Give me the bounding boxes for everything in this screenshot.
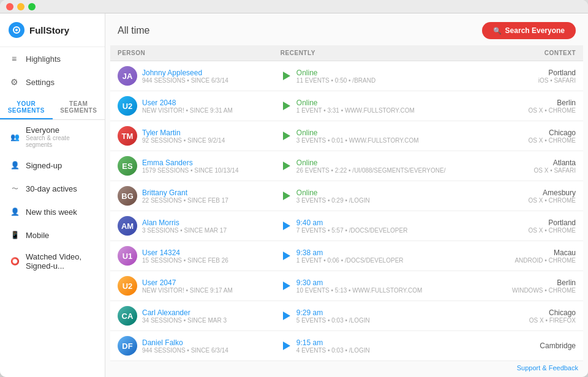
actives-icon: 〜 [9,182,21,195]
new-week-icon: 👤 [9,206,21,218]
sidebar-item-highlights[interactable]: ≡ Highlights [0,47,105,70]
table-row[interactable]: BGBrittany Grant22 SESSIONS • SINCE FEB … [110,181,583,211]
close-button[interactable] [6,3,13,10]
platform-label: ANDROID • CHROME [496,257,576,264]
person-cell: CACarl Alexander34 SESSIONS • SINCE MAR … [110,301,273,331]
table-row[interactable]: U1User 1432415 SESSIONS • SINCE FEB 269:… [110,241,583,271]
context-cell: PortlandOS X • CHROME [489,211,583,241]
person-name[interactable]: Daniel Falko [142,338,228,347]
events-label: 4 EVENTS • 0:03 • /LOGIN [296,347,370,354]
play-button[interactable] [281,340,293,352]
play-button[interactable] [281,70,293,82]
context-cell: PortlandiOS • SAFARI [489,61,583,91]
person-name[interactable]: Carl Alexander [142,308,227,317]
person-name[interactable]: Tyler Martin [142,129,225,137]
segment-item-30day[interactable]: 〜 30-day actives [0,177,105,200]
recently-cell: 9:29 am5 EVENTS • 0:03 • /LOGIN [273,301,489,331]
person-sessions: NEW VISITOR! • SINCE 9:31 AM [142,107,233,114]
platform-label: OS X • CHROME [496,227,576,234]
search-everyone-button[interactable]: 🔍 Search Everyone [482,22,576,39]
play-button[interactable] [281,190,293,202]
play-icon [283,72,290,80]
play-button[interactable] [281,250,293,262]
support-feedback-link[interactable]: Support & Feedback [517,364,578,371]
platform-label: OS X • FIREFOX [496,317,576,324]
person-name[interactable]: Alan Morris [142,218,227,227]
platform-label: OS X • SAFARI [496,167,576,174]
segments-tabs: Your Segments Team Segments [0,96,105,120]
city-label: Macau [496,248,576,257]
play-button[interactable] [281,310,293,322]
sidebar: FullStory ≡ Highlights ⚙ Settings Your S… [0,13,105,377]
recently-cell: 9:40 am7 EVENTS • 5:57 • /DOCS/DEVELOPER [273,211,489,241]
play-icon [283,282,290,290]
events-label: 3 EVENTS • 0:01 • WWW.FULLSTORY.COM [296,137,419,144]
context-cell: MacauANDROID • CHROME [489,241,583,271]
table-header-row: Person Recently Context [110,45,583,61]
table-row[interactable]: CACarl Alexander34 SESSIONS • SINCE MAR … [110,301,583,331]
play-button[interactable] [281,100,293,112]
people-table-container[interactable]: Person Recently Context JAJohnny Applese… [105,45,588,377]
table-row[interactable]: U2User 2048NEW VISITOR! • SINCE 9:31 AMO… [110,91,583,121]
tab-your-segments[interactable]: Your Segments [0,96,53,119]
recently-cell: 9:15 am4 EVENTS • 0:03 • /LOGIN [273,331,489,361]
play-button[interactable] [281,280,293,292]
person-name[interactable]: User 2048 [142,99,233,107]
person-sessions: 92 SESSIONS • SINCE 9/2/14 [142,137,225,144]
table-row[interactable]: AMAlan Morris3 SESSIONS • SINCE MAR 179:… [110,211,583,241]
person-name[interactable]: User 2047 [142,278,233,287]
person-sessions: 944 SESSIONS • SINCE 6/3/14 [142,77,228,84]
signed-up-icon: 👤 [9,159,21,171]
tab-team-segments[interactable]: Team Segments [53,96,105,119]
segment-item-everyone[interactable]: 👥 Everyone Search & create segments [0,120,105,154]
sidebar-item-settings[interactable]: ⚙ Settings [0,70,105,94]
platform-label: OS X • CHROME [496,137,576,144]
minimize-button[interactable] [17,3,24,10]
play-button[interactable] [281,130,293,142]
city-label: Chicago [496,308,576,317]
person-name[interactable]: Brittany Grant [142,188,228,197]
segment-item-signed-up[interactable]: 👤 Signed-up [0,154,105,177]
maximize-button[interactable] [28,3,36,10]
city-label: Amesbury [496,188,576,197]
table-row[interactable]: ESEmma Sanders1579 SESSIONS • SINCE 10/1… [110,151,583,181]
play-icon [283,222,290,230]
segment-item-watched-video[interactable]: ⭕ Watched Video, Signed-u... [0,247,105,276]
status-label: 9:40 am [296,218,408,227]
sidebar-logo[interactable]: FullStory [0,13,105,47]
person-name[interactable]: Johnny Appleseed [142,69,228,77]
play-button[interactable] [281,160,293,172]
table-row[interactable]: TMTyler Martin92 SESSIONS • SINCE 9/2/14… [110,121,583,151]
person-sessions: 15 SESSIONS • SINCE FEB 26 [142,257,228,264]
person-cell: AMAlan Morris3 SESSIONS • SINCE MAR 17 [110,211,273,241]
person-sessions: 1579 SESSIONS • SINCE 10/13/14 [142,167,238,174]
table-row[interactable]: DFDaniel Falko944 SESSIONS • SINCE 6/3/1… [110,331,583,361]
col-recently: Recently [273,45,489,61]
context-cell: ChicagoOS X • FIREFOX [489,301,583,331]
table-row[interactable]: U2User 2047NEW VISITOR! • SINCE 9:17 AM9… [110,271,583,301]
segment-item-new-week[interactable]: 👤 New this week [0,200,105,223]
person-name[interactable]: Emma Sanders [142,159,238,167]
recently-cell: Online26 EVENTS • 2:22 • /UI/088/SEGMENT… [273,151,489,181]
table-row[interactable]: JAJohnny Appleseed944 SESSIONS • SINCE 6… [110,61,583,91]
search-icon: 🔍 [493,27,502,35]
segment-item-mobile[interactable]: 📱 Mobile [0,223,105,247]
events-label: 1 EVENT • 3:31 • WWW.FULLSTORY.COM [296,107,415,114]
status-label: 9:15 am [296,338,370,347]
recently-cell: 9:30 am10 EVENTS • 5:13 • WWW.FULLSTORY.… [273,271,489,301]
segment-label-new-week: New this week [26,207,77,217]
person-name[interactable]: User 14324 [142,248,228,257]
col-context: Context [489,45,583,61]
person-cell: U2User 2047NEW VISITOR! • SINCE 9:17 AM [110,271,273,301]
person-cell: U2User 2048NEW VISITOR! • SINCE 9:31 AM [110,91,273,121]
status-label: Online [296,99,415,107]
status-label: Online [296,69,375,77]
context-cell: BerlinWINDOWS • CHROME [489,271,583,301]
recently-cell: 9:38 am1 EVENT • 0:06 • /DOCS/DEVELOPER [273,241,489,271]
avatar: JA [118,66,137,86]
play-button[interactable] [281,220,293,232]
segment-label-signed-up: Signed-up [26,161,62,170]
main-content: All time 🔍 Search Everyone Person Recent… [105,13,588,377]
person-cell: TMTyler Martin92 SESSIONS • SINCE 9/2/14 [110,121,273,151]
events-label: 5 EVENTS • 0:03 • /LOGIN [296,317,370,324]
